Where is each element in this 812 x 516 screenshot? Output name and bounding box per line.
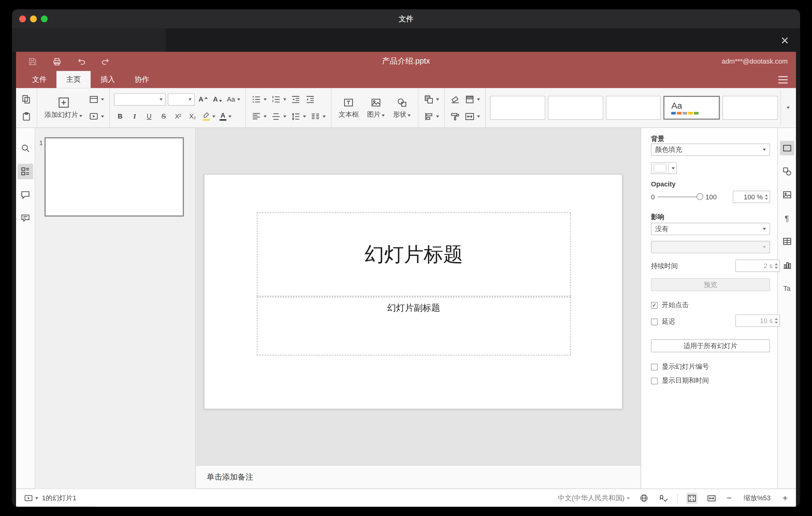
background-fill-button[interactable] (463, 93, 481, 106)
insert-textbox-button[interactable]: 文本框 (336, 92, 362, 124)
start-on-click-checkbox[interactable]: ✓ (651, 302, 658, 309)
vertical-align-button[interactable] (270, 110, 287, 123)
duration-spinner[interactable]: 2 s (735, 260, 780, 272)
subtitle-placeholder[interactable]: 幻灯片副标题 (257, 297, 571, 355)
copy-style-button[interactable] (449, 110, 461, 123)
slide-layout-button[interactable] (88, 93, 105, 106)
undo-button[interactable] (76, 56, 87, 67)
effect-select[interactable]: 没有 (651, 223, 770, 235)
delay-spinner[interactable]: 10 s (735, 314, 780, 327)
screen: 文件 × (0, 0, 812, 516)
effect-option-select[interactable] (651, 241, 770, 253)
theme-thumbnail-1[interactable] (490, 96, 545, 120)
italic-button[interactable]: I (128, 110, 141, 123)
fit-width-button[interactable] (706, 492, 717, 504)
close-window-button[interactable] (19, 16, 26, 22)
highlight-color-button[interactable] (201, 110, 216, 123)
chart-settings-tab[interactable] (780, 257, 794, 272)
shape-settings-tab[interactable] (780, 164, 794, 179)
bold-button[interactable]: B (114, 110, 126, 123)
theme-gallery-expand-button[interactable] (781, 90, 795, 125)
zoom-in-button[interactable]: + (781, 493, 788, 503)
document-language-button[interactable] (639, 492, 649, 503)
opacity-up-icon[interactable] (765, 194, 768, 196)
table-settings-tab[interactable] (780, 234, 794, 249)
clear-style-button[interactable] (449, 93, 461, 106)
search-panel-button[interactable] (18, 140, 33, 156)
fill-type-select[interactable]: 颜色填充 (651, 144, 770, 156)
table-settings-icon (782, 236, 792, 247)
save-button[interactable] (27, 56, 38, 67)
bullets-button[interactable] (250, 93, 268, 106)
slides-panel-button[interactable] (18, 164, 33, 179)
opacity-slider[interactable] (658, 196, 702, 197)
minimize-window-button[interactable] (30, 16, 37, 22)
slide-canvas-area[interactable]: 幻灯片标题 幻灯片副标题 (196, 128, 640, 465)
start-slideshow-button[interactable] (88, 110, 105, 123)
superscript-button[interactable]: X² (172, 110, 184, 123)
slide-size-button[interactable] (463, 110, 481, 123)
theme-thumbnail-3[interactable] (606, 96, 661, 120)
show-slide-number-label: 显示幻灯片编号 (662, 362, 709, 371)
opacity-down-icon[interactable] (765, 198, 768, 200)
horizontal-align-button[interactable] (250, 110, 268, 123)
spellcheck-button[interactable] (658, 492, 669, 504)
notes-area[interactable]: 单击添加备注 (196, 465, 640, 489)
textart-settings-tab[interactable]: Ta (780, 281, 794, 295)
add-slide-button[interactable]: 添加幻灯片 (41, 92, 85, 124)
preview-button[interactable]: 预览 (651, 278, 770, 291)
subscript-button[interactable]: X₂ (186, 110, 199, 123)
increase-font-icon (205, 96, 208, 99)
redo-button[interactable] (100, 56, 111, 67)
underline-button[interactable]: U (143, 110, 155, 123)
paste-button[interactable] (20, 110, 32, 123)
change-case-button[interactable]: Aa (226, 93, 241, 106)
apply-to-all-slides-button[interactable]: 适用于所有幻灯片 (651, 339, 770, 352)
fill-color-select[interactable] (651, 162, 677, 174)
menu-icon[interactable] (778, 75, 789, 84)
theme-thumbnail-2[interactable] (548, 96, 603, 120)
font-color-button[interactable]: A (219, 110, 232, 123)
paragraph-settings-tab[interactable]: ¶ (780, 211, 794, 225)
close-icon[interactable]: × (778, 30, 792, 51)
font-size-select[interactable] (168, 93, 195, 105)
theme-thumbnail-selected[interactable]: Aa (664, 96, 720, 120)
title-placeholder[interactable]: 幻灯片标题 (257, 212, 571, 296)
columns-button[interactable] (309, 110, 327, 123)
increase-font-button[interactable]: A (197, 93, 209, 106)
start-slideshow-statusbar-button[interactable] (24, 493, 39, 503)
slide-thumbnail-1[interactable] (45, 137, 184, 217)
line-spacing-button[interactable] (289, 110, 307, 123)
decrease-font-button[interactable]: A (211, 93, 224, 106)
increase-indent-button[interactable] (304, 93, 316, 106)
language-select[interactable]: 中文(中华人民共和国) (557, 493, 630, 503)
opacity-slider-knob[interactable] (697, 193, 703, 200)
insert-shape-button[interactable]: 形状 (390, 92, 414, 124)
numbering-button[interactable] (270, 93, 287, 106)
comments-panel-button[interactable] (18, 187, 33, 202)
slide-canvas[interactable]: 幻灯片标题 幻灯片副标题 (204, 174, 622, 409)
tab-home[interactable]: 主页 (56, 71, 91, 88)
chat-panel-button[interactable] (18, 210, 33, 226)
image-settings-tab[interactable] (780, 188, 794, 202)
insert-image-button[interactable]: 图片 (364, 92, 388, 124)
tab-insert[interactable]: 插入 (91, 71, 125, 88)
zoom-out-button[interactable]: − (726, 493, 733, 503)
tab-collaboration[interactable]: 协作 (125, 71, 159, 88)
fit-slide-button[interactable] (686, 492, 698, 504)
strikethrough-button[interactable]: S (157, 110, 170, 123)
tab-file[interactable]: 文件 (22, 71, 56, 88)
font-name-select[interactable] (114, 93, 166, 105)
decrease-indent-button[interactable] (289, 93, 302, 106)
copy-button[interactable] (20, 93, 32, 106)
opacity-spinner[interactable]: 100 % (733, 191, 770, 203)
show-date-time-checkbox[interactable] (651, 377, 658, 384)
print-button[interactable] (52, 56, 62, 67)
arrange-button[interactable] (423, 93, 440, 106)
show-slide-number-checkbox[interactable] (651, 364, 658, 370)
delay-checkbox[interactable] (651, 318, 658, 325)
slide-settings-tab[interactable] (780, 141, 794, 155)
align-shapes-button[interactable] (423, 110, 440, 123)
zoom-window-button[interactable] (41, 16, 48, 22)
theme-thumbnail-5[interactable] (723, 96, 778, 120)
